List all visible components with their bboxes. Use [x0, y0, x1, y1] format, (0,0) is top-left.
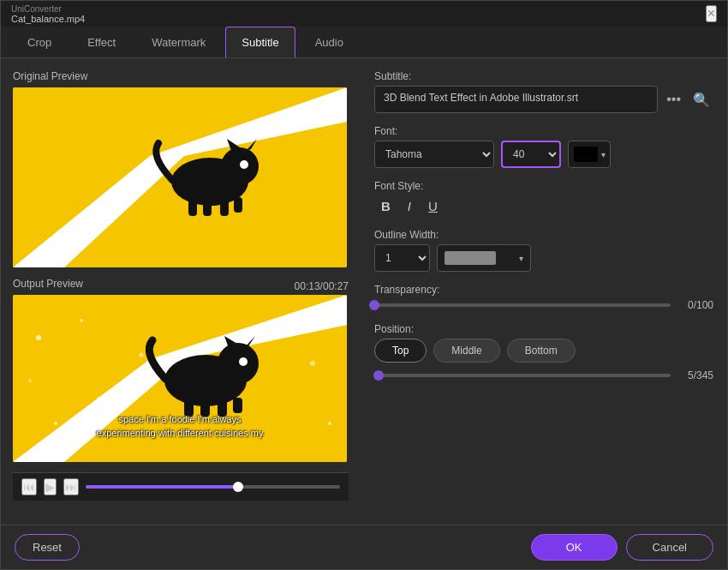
subtitle-section: Subtitle: 3D Blend Text Effect in Adobe … [374, 70, 713, 113]
tab-crop[interactable]: Crop [11, 27, 68, 57]
outline-row: 1 ▾ [374, 244, 713, 272]
original-preview-section: Original Preview [13, 70, 349, 267]
outline-color-button[interactable]: ▾ [437, 244, 531, 272]
original-preview-box [13, 87, 347, 267]
subtitle-line2: experimenting with different cuisines my [97, 428, 264, 438]
title-bar-left: UniConverter Cat_balance.mp4 [11, 4, 85, 24]
transparency-thumb [369, 300, 379, 310]
transparency-section: Transparency: 0/100 [374, 284, 713, 311]
tab-watermark[interactable]: Watermark [135, 27, 222, 57]
transparency-value: 0/100 [679, 299, 713, 311]
close-button[interactable]: × [706, 5, 717, 22]
subtitle-line1: space I'm a foodie I'm always [119, 414, 242, 424]
font-size-select[interactable]: 40 [501, 141, 561, 168]
font-color-button[interactable]: ▾ [568, 141, 611, 168]
transparency-slider-container: 0/100 [374, 299, 713, 311]
output-preview-box: space I'm a foodie I'm always experiment… [13, 295, 347, 462]
bottom-bar: Reset OK Cancel [1, 525, 727, 569]
position-bottom-button[interactable]: Bottom [507, 339, 576, 363]
title-bar: UniConverter Cat_balance.mp4 × [1, 1, 727, 27]
left-panel: Original Preview [1, 58, 361, 525]
svg-rect-9 [203, 197, 212, 216]
reset-button[interactable]: Reset [15, 534, 80, 561]
outline-width-label: Outline Width: [374, 229, 713, 241]
main-window: UniConverter Cat_balance.mp4 × Crop Effe… [0, 0, 728, 570]
svg-point-25 [218, 343, 259, 384]
font-style-row: B I U [374, 195, 713, 217]
right-buttons: OK Cancel [531, 534, 713, 561]
tab-subtitle[interactable]: Subtitle [225, 27, 295, 57]
font-section: Font: Tahoma 40 ▾ [374, 125, 713, 168]
outline-width-section: Outline Width: 1 ▾ [374, 229, 713, 272]
position-thumb [373, 370, 384, 381]
position-section: Position: Top Middle Bottom 5/345 [374, 323, 713, 381]
main-content: Original Preview [1, 58, 727, 525]
italic-button[interactable]: I [401, 195, 418, 217]
outline-chevron-icon: ▾ [519, 254, 523, 263]
position-label: Position: [374, 323, 713, 335]
position-buttons: Top Middle Bottom [374, 339, 713, 363]
search-icon: 🔍 [693, 93, 710, 107]
search-subtitle-button[interactable]: 🔍 [689, 90, 713, 110]
transparency-label: Transparency: [374, 284, 713, 296]
bold-button[interactable]: B [374, 195, 397, 217]
svg-rect-11 [234, 197, 242, 213]
tab-effect[interactable]: Effect [71, 27, 132, 57]
original-preview-label: Original Preview [13, 70, 349, 82]
timestamp: 00:13/00:27 [295, 280, 349, 292]
svg-point-13 [36, 335, 41, 340]
app-name: UniConverter [11, 4, 85, 14]
subtitle-section-label: Subtitle: [374, 70, 713, 82]
svg-point-7 [240, 160, 248, 169]
tab-bar: Crop Effect Watermark Subtitle Audio [1, 27, 727, 58]
position-slider[interactable] [374, 374, 671, 377]
video-controls: ⏮ ▶ ⏭ [13, 472, 349, 501]
output-preview-label: Output Preview [13, 278, 83, 290]
svg-point-19 [310, 361, 315, 366]
font-style-section: Font Style: B I U [374, 180, 713, 217]
output-preview-header: Output Preview 00:13/00:27 [13, 278, 349, 295]
transparency-slider[interactable] [374, 303, 671, 307]
tab-audio[interactable]: Audio [299, 27, 360, 57]
more-options-button[interactable]: ••• [663, 90, 684, 109]
subtitle-file-display: 3D Blend Text Effect in Adobe Illustrato… [374, 86, 658, 113]
progress-bar[interactable] [86, 485, 340, 489]
svg-point-28 [239, 357, 248, 366]
outline-color-swatch [445, 251, 496, 265]
output-preview-section: Output Preview 00:13/00:27 [13, 278, 349, 462]
play-button[interactable]: ▶ [44, 478, 57, 495]
svg-point-14 [80, 319, 83, 322]
position-fill [374, 374, 379, 377]
svg-point-15 [140, 353, 144, 357]
progress-thumb [233, 482, 243, 492]
subtitle-overlay: space I'm a foodie I'm always experiment… [13, 413, 347, 440]
underline-button[interactable]: U [421, 195, 445, 217]
prev-frame-button[interactable]: ⏮ [21, 478, 37, 495]
font-style-label: Font Style: [374, 180, 713, 192]
position-slider-container: 5/345 [374, 369, 713, 381]
right-panel: Subtitle: 3D Blend Text Effect in Adobe … [361, 58, 727, 525]
font-color-swatch [574, 147, 598, 162]
font-row: Tahoma 40 ▾ [374, 141, 713, 168]
font-label: Font: [374, 125, 713, 137]
file-name: Cat_balance.mp4 [11, 14, 85, 24]
ok-button[interactable]: OK [531, 534, 618, 561]
position-top-button[interactable]: Top [374, 339, 427, 363]
subtitle-file-row: 3D Blend Text Effect in Adobe Illustrato… [374, 86, 713, 113]
svg-point-21 [28, 379, 32, 382]
next-frame-button[interactable]: ⏭ [63, 478, 79, 495]
progress-fill [86, 485, 238, 489]
svg-point-4 [221, 147, 259, 185]
outline-width-select[interactable]: 1 [374, 244, 430, 272]
position-middle-button[interactable]: Middle [433, 339, 499, 363]
svg-rect-10 [220, 197, 229, 216]
chevron-down-icon: ▾ [601, 150, 606, 159]
cancel-button[interactable]: Cancel [626, 534, 713, 561]
svg-rect-32 [233, 398, 242, 413]
svg-rect-8 [188, 197, 197, 216]
font-family-select[interactable]: Tahoma [374, 141, 494, 168]
position-value: 5/345 [679, 369, 713, 381]
